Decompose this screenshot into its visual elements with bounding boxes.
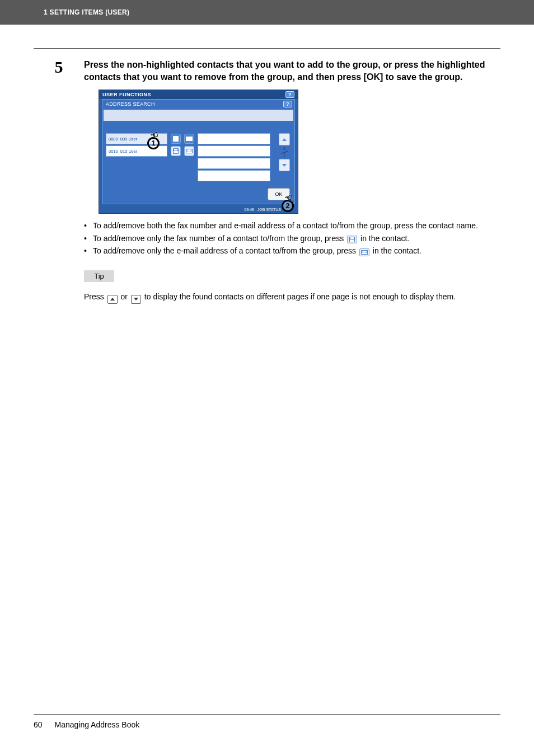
table-row (106, 158, 274, 169)
empty-cell (198, 158, 270, 169)
list-item: To add/remove both the fax number and e-… (84, 219, 500, 232)
contact-table: 0009 009 User 0010 (106, 133, 274, 184)
tip-text: Press or to display the found contacts o… (84, 291, 500, 304)
time-label: 09:49 (244, 208, 254, 212)
empty-cell (198, 133, 270, 144)
page-footer: 60 Managing Address Book (34, 714, 500, 729)
header-title: 1 SETTING ITEMS (USER) (44, 8, 129, 16)
email-icon[interactable] (184, 134, 194, 144)
empty-cell (198, 170, 270, 181)
contact-name: 009 User (120, 137, 137, 142)
table-row: 0009 009 User (106, 133, 274, 144)
page-header: 1 SETTING ITEMS (USER) (0, 0, 534, 25)
status-bar: 09:49 JOB STATUS (99, 205, 298, 213)
job-status-label: JOB STATUS (257, 208, 281, 212)
down-key-icon (131, 295, 141, 304)
page-number: 60 (34, 720, 43, 729)
panel-title: ADDRESS SEARCH (106, 101, 155, 107)
contact-name-cell[interactable]: 0010 010 User (106, 145, 167, 157)
contact-id: 0009 (109, 137, 118, 142)
table-row: 0010 010 User (106, 145, 274, 157)
fax-icon[interactable] (171, 146, 181, 156)
empty-cell (106, 158, 167, 169)
tip-label: Tip (84, 270, 114, 282)
pager: 1 1 (279, 133, 290, 171)
window-title: USER FUNCTIONS (102, 92, 151, 97)
up-key-icon (107, 295, 118, 304)
contact-id: 0010 (109, 149, 118, 154)
contact-name: 010 User (120, 149, 137, 154)
empty-cell (106, 170, 167, 181)
search-result-strip (104, 110, 293, 121)
screenshot-illustration: USER FUNCTIONS ? ADDRESS SEARCH ? (99, 90, 298, 214)
footer-section: Managing Address Book (54, 720, 139, 729)
step-number: 5 (34, 59, 84, 304)
instruction-bullets: To add/remove both the fax number and e-… (84, 219, 500, 257)
list-item: To add/remove only the e-mail address of… (84, 245, 500, 257)
list-item: To add/remove only the fax number of a c… (84, 232, 500, 245)
page-indicator: 1 1 (279, 145, 290, 159)
step-5: 5 Press the non-highlighted contacts tha… (34, 59, 500, 304)
fax-icon[interactable] (171, 134, 181, 144)
page-down-button[interactable] (279, 159, 290, 171)
panel-help-icon[interactable]: ? (283, 101, 292, 107)
fax-icon (347, 236, 357, 243)
email-icon (359, 248, 369, 256)
page-up-button[interactable] (279, 133, 290, 145)
email-icon[interactable] (184, 146, 194, 156)
empty-cell (198, 145, 270, 157)
top-rule (34, 48, 500, 49)
step-instruction: Press the non-highlighted contacts that … (84, 59, 500, 83)
table-row (106, 170, 274, 181)
window-help-icon[interactable]: ? (285, 91, 294, 98)
